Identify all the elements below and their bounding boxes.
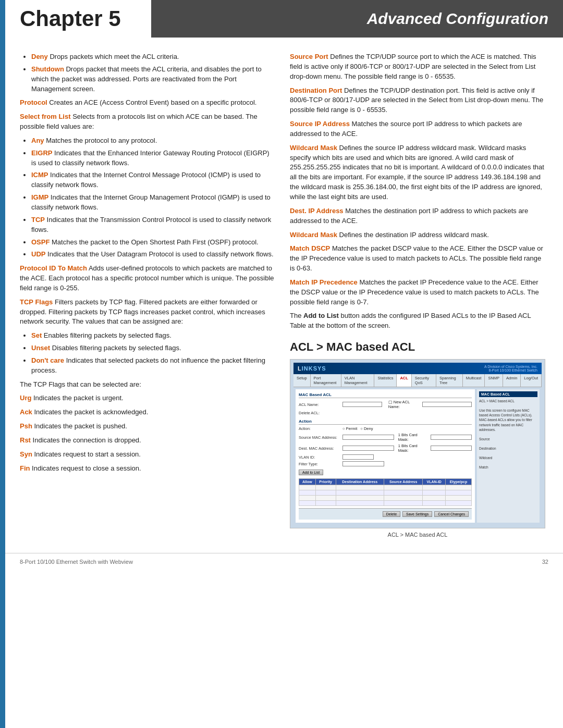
page-title: Advanced Configuration: [367, 10, 548, 28]
cell-priority-2: [315, 490, 336, 496]
syn-item: Syn Indicates request to start a session…: [20, 450, 275, 460]
icmp-label: ICMP: [31, 171, 48, 179]
acl-name-row: ACL Name: ▢ New ACL Name:: [299, 400, 472, 409]
source-mac-mask-input[interactable]: [431, 435, 472, 440]
footer-left: 8-Port 10/100 Ethernet Switch with Webvi…: [20, 559, 133, 565]
nav-spanning-tree[interactable]: Spanning Tree: [436, 374, 463, 387]
page-wrapper: Chapter 5 Advanced Configuration Deny Dr…: [0, 0, 563, 728]
rst-label: Rst: [20, 436, 31, 444]
protocol-id-para: Protocol ID To Match Adds user-defined p…: [20, 264, 275, 293]
cell-vlan-3: [423, 496, 446, 501]
nav-snmp[interactable]: SNMP: [485, 374, 503, 387]
list-item-tcp: TCP Indicates that the Transmission Cont…: [31, 215, 275, 235]
dest-mac-mask-input[interactable]: [431, 446, 472, 451]
list-item-eigrp: EIGRP Indicates that the Enhanced Interi…: [31, 149, 275, 168]
protocol-label: Protocol: [20, 98, 47, 106]
cell-allow-2: [299, 490, 316, 496]
col-etype: Etype/pcp: [446, 479, 472, 485]
table-row: [299, 485, 472, 490]
permit-option: ○ Permit: [342, 426, 357, 431]
tcp-text: Indicates that the Transmission Control …: [31, 216, 271, 233]
add-to-list-strong: Add to List: [303, 312, 339, 319]
col-vlan-id: VLAN-ID: [423, 479, 446, 485]
left-column: Deny Drops packets which meet the ACL cr…: [20, 52, 275, 544]
unset-text: Disables filtering packets by selected f…: [50, 344, 181, 352]
delete-button[interactable]: Delete: [383, 511, 400, 517]
nav-setup[interactable]: Setup: [293, 374, 311, 387]
source-mac-input[interactable]: [342, 435, 394, 440]
screenshot-caption: ACL > MAC based ACL: [290, 531, 545, 539]
list-item-dont-care: Don't care Indicates that selected packe…: [31, 356, 275, 376]
nav-port-mgmt[interactable]: Port Management: [311, 374, 341, 387]
eigrp-text: Indicates that the Enhanced Interior Gat…: [31, 149, 270, 167]
source-mac-addr-label: Source MAC Address:: [299, 435, 340, 440]
side-accent: [0, 0, 5, 728]
cell-vlan-2: [423, 490, 446, 496]
right-column: Source Port Defines the TCP/UDP source p…: [290, 52, 545, 544]
match-ip-prec-para: Match IP Precedence Matches the packet I…: [290, 278, 545, 307]
match-dscp-label: Match DSCP: [290, 244, 330, 252]
new-acl-name-input[interactable]: [422, 402, 472, 407]
fin-item: Fin Indicates request to close a session…: [20, 464, 275, 474]
rst-text: Indicates the connection is dropped.: [31, 436, 141, 444]
cell-source-2: [384, 490, 423, 496]
urg-label: Urg: [20, 394, 31, 402]
protocol-para: Protocol Creates an ACE (Access Control …: [20, 98, 275, 108]
udp-label: UDP: [31, 250, 45, 258]
igmp-label: IGMP: [31, 193, 48, 201]
cell-dest-2: [336, 490, 384, 496]
cell-vlan-4: [423, 501, 446, 506]
nav-stats[interactable]: Statistics: [374, 374, 397, 387]
list-item-deny: Deny Drops packets which meet the ACL cr…: [31, 52, 275, 62]
nav-logout[interactable]: Log/Out: [521, 374, 542, 387]
match-dscp-para: Match DSCP Matches the packet DSCP value…: [290, 244, 545, 274]
add-to-list-row: Add to List: [299, 468, 472, 476]
dest-mac-mask-label: 1 Bits Card Mask:: [398, 443, 429, 453]
chapter-label: Chapter 5: [5, 0, 151, 38]
match-ip-prec-label: Match IP Precedence: [290, 278, 358, 286]
wildcard-mask-label: Wildcard Mask: [290, 144, 337, 152]
linksys-main-area: MAC Based ACL ACL Name: ▢ New ACL Name:: [296, 389, 475, 523]
tcp-flags-para: TCP Flags Filters packets by TCP flag. F…: [20, 298, 275, 327]
action-row: Action: ○ Permit ○ Deny: [299, 426, 472, 431]
vlan-id-input[interactable]: [342, 454, 374, 460]
cell-dest-3: [336, 496, 384, 501]
bullet-list-top: Deny Drops packets which meet the ACL cr…: [31, 52, 275, 94]
linksys-sidebar: MAC Based ACL ACL > MAC based ACL Use th…: [477, 389, 540, 523]
nav-multicast[interactable]: Multicast: [463, 374, 485, 387]
unset-label: Unset: [31, 344, 50, 352]
save-settings-button[interactable]: Save Settings: [402, 511, 432, 517]
wildcard-mask-text: Defines the source IP address wildcard m…: [290, 144, 544, 201]
cell-vlan-1: [423, 485, 446, 490]
cell-source-1: [384, 485, 423, 490]
source-port-para: Source Port Defines the TCP/UDP source p…: [290, 52, 545, 82]
linksys-body: MAC Based ACL ACL Name: ▢ New ACL Name:: [293, 387, 542, 525]
tcp-flag-note: The TCP Flags that can be selected are:: [20, 380, 275, 390]
any-text: Matches the protocol to any protocol.: [44, 137, 157, 144]
nav-admin[interactable]: Admin: [503, 374, 521, 387]
psh-label: Psh: [20, 422, 32, 430]
ospf-label: OSPF: [31, 238, 50, 246]
cancel-changes-button[interactable]: Cancel Changes: [434, 511, 469, 517]
protocol-id-label: Protocol ID To Match: [20, 264, 87, 272]
nav-acl[interactable]: ACL: [397, 374, 411, 387]
cell-priority-4: [315, 501, 336, 506]
acl-name-input[interactable]: [342, 402, 382, 407]
urg-item: Urg Indicates the packet is urgent.: [20, 393, 275, 403]
add-to-list-button[interactable]: Add to List: [299, 470, 323, 475]
linksys-ui: LINKSYS A Division of Cisco Systems, Inc…: [290, 360, 545, 528]
dest-mac-addr-label: Dest. MAC Address:: [299, 446, 340, 451]
cell-allow-1: [299, 485, 316, 490]
list-item-any: Any Matches the protocol to any protocol…: [31, 136, 275, 146]
eigrp-label: EIGRP: [31, 149, 52, 157]
fin-text: Indicates request to close a session.: [30, 464, 141, 472]
wildcard-mask-para: Wildcard Mask Defines the source IP addr…: [290, 143, 545, 202]
nav-security[interactable]: Security QoS: [412, 374, 436, 387]
vlan-id-label: VLAN ID:: [299, 455, 340, 460]
fin-label: Fin: [20, 464, 30, 472]
cell-source-4: [384, 501, 423, 506]
delete-acl-label: Delete ACL:: [299, 411, 340, 415]
filter-type-input[interactable]: [342, 461, 384, 466]
nav-vlan[interactable]: VLAN Management: [341, 374, 375, 387]
dest-mac-input[interactable]: [342, 446, 394, 451]
